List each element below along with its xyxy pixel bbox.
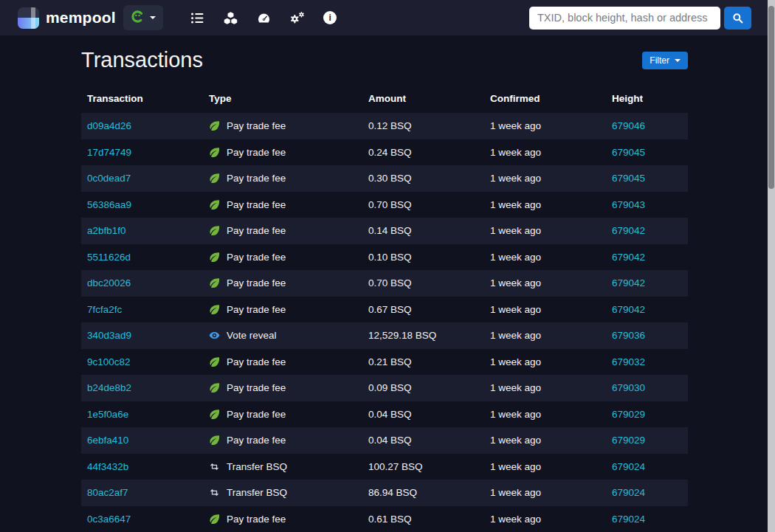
table-row: 7fcfa2fc Pay trade fee [81,297,688,323]
block-height-link[interactable]: 679046 [612,120,645,131]
eye-icon [209,330,220,341]
block-height-link[interactable]: 679030 [612,382,645,393]
tx-amount: 0.24 BSQ [368,147,412,158]
block-height-link[interactable]: 679036 [612,330,645,341]
tx-type-label: Pay trade fee [227,277,286,289]
tx-type-label: Pay trade fee [227,252,286,263]
search-input[interactable] [529,7,720,30]
block-height-link[interactable]: 679042 [612,277,645,289]
filter-button-label: Filter [650,55,669,66]
column-header-height: Height [606,93,688,104]
tx-amount: 0.04 BSQ [368,409,412,420]
txid-link[interactable]: d09a4d26 [87,120,131,131]
txid-link[interactable]: 44f3432b [87,461,128,472]
table-row: 9c100c82 Pay trade fee [81,349,688,376]
tx-amount: 0.67 BSQ [368,304,412,315]
tx-confirmed-time: 1 week ago [490,409,541,420]
txid-link[interactable]: 80ac2af7 [87,487,128,498]
block-height-link[interactable]: 679024 [612,487,645,498]
nav-transactions-list[interactable] [181,0,214,35]
tx-type-icon [209,382,220,393]
tx-type-icon [209,120,220,131]
tx-confirmed-time: 1 week ago [490,382,541,393]
tx-type-label: Pay trade fee [227,356,286,367]
tx-amount: 0.09 BSQ [368,382,412,393]
tx-amount: 0.30 BSQ [368,173,412,184]
search-icon [731,12,744,24]
page-scrollbar-thumb[interactable] [768,6,774,189]
tx-type-icon [209,435,220,446]
retweet-icon [209,487,220,498]
block-height-link[interactable]: 679045 [612,173,645,184]
main-content: Transactions Filter Transaction Type Amo… [81,48,688,532]
block-height-link[interactable]: 679042 [612,304,645,315]
network-selector-button[interactable] [123,5,163,30]
block-height-link[interactable]: 679029 [612,409,645,420]
block-height-link[interactable]: 679045 [612,147,645,158]
tx-confirmed-time: 1 week ago [490,120,541,131]
nav-docs[interactable] [280,0,314,35]
transactions-table: d09a4d26 Pay trade fee [81,113,688,532]
table-row: dbc20026 Pay trade fee [81,270,688,297]
tx-type-icon [209,277,220,289]
table-row: b24de8b2 Pay trade fee [81,375,688,401]
block-height-link[interactable]: 679024 [612,514,645,525]
block-height-link[interactable]: 679042 [612,225,645,236]
nav-dashboard[interactable] [247,0,280,35]
retweet-icon [209,461,220,472]
txid-link[interactable]: 56386aa9 [87,199,131,210]
search-button[interactable] [724,7,751,30]
txid-link[interactable]: 0c0dead7 [87,173,131,184]
tx-amount: 12,529.18 BSQ [368,330,436,341]
tx-type-label: Vote reveal [227,330,277,341]
txid-link[interactable]: dbc20026 [87,277,131,289]
table-row: 6ebfa410 Pay trade fee [81,427,688,454]
tx-type-icon [209,304,220,315]
column-header-type: Type [203,93,362,104]
txid-link[interactable]: b24de8b2 [87,382,131,393]
tx-amount: 0.10 BSQ [368,252,412,263]
bisq-logo-icon [131,10,145,26]
tx-type-icon [209,487,220,498]
tx-type-icon [209,514,220,525]
tx-type-label: Pay trade fee [227,382,286,393]
tx-type-label: Transfer BSQ [227,461,287,472]
filter-button[interactable]: Filter [642,52,688,69]
table-row: 44f3432b Transfer BSQ 1 [81,454,688,480]
txid-link[interactable]: 17d74749 [87,147,131,158]
txid-link[interactable]: 6ebfa410 [87,435,128,446]
page-scrollbar-track[interactable] [768,0,775,532]
txid-link[interactable]: 9c100c82 [87,356,131,367]
txid-link[interactable]: 7fcfa2fc [87,304,122,315]
txid-link[interactable]: 340d3ad9 [87,330,131,341]
tx-amount: 0.70 BSQ [368,277,412,289]
search-form [529,7,751,30]
tx-type-icon [209,147,220,158]
table-row: 17d74749 Pay trade fee [81,139,688,166]
table-header-row: Transaction Type Amount Confirmed Height [81,89,688,113]
nav-icon-group: i [181,0,347,35]
tx-type-icon [209,409,220,420]
txid-link[interactable]: 1e5f0a6e [87,409,128,420]
block-height-link[interactable]: 679029 [612,435,645,446]
brand-title[interactable]: mempool [46,9,116,27]
txid-link[interactable]: a2bfb1f0 [87,225,126,236]
table-row: d09a4d26 Pay trade fee [81,113,688,139]
nav-about[interactable]: i [314,0,347,35]
tx-type-icon [209,173,220,184]
block-height-link[interactable]: 679024 [612,461,645,472]
txid-link[interactable]: 0c3a6647 [87,514,131,525]
block-height-link[interactable]: 679032 [612,356,645,367]
table-row: 340d3ad9 Vote reveal 12 [81,322,688,349]
tx-confirmed-time: 1 week ago [490,487,541,498]
nav-blocks[interactable] [214,0,247,35]
mempool-block-logo[interactable] [18,7,39,29]
list-icon [190,11,204,25]
tx-amount: 0.61 BSQ [368,514,412,525]
tx-type-label: Pay trade fee [227,120,286,131]
column-header-confirmed: Confirmed [484,93,606,104]
block-height-link[interactable]: 679043 [612,199,645,210]
txid-link[interactable]: 5511626d [87,252,131,263]
block-height-link[interactable]: 679042 [612,252,645,263]
cogs-icon [289,11,306,25]
